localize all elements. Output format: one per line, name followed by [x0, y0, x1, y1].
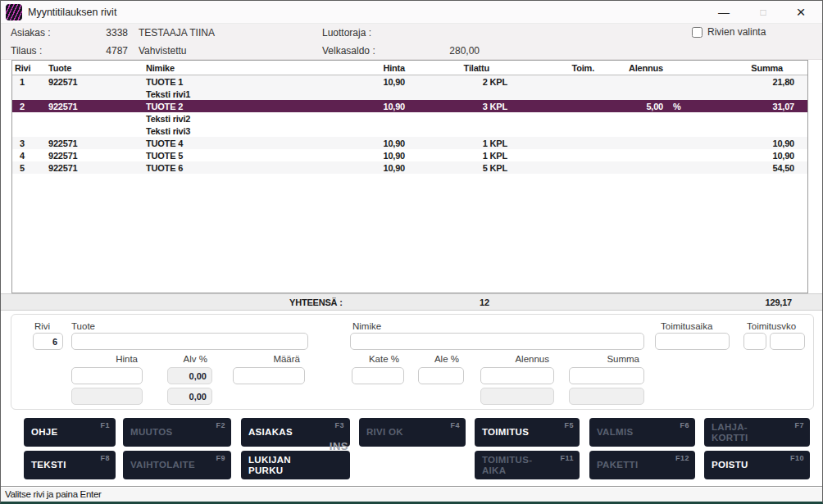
discount-pct-input[interactable] — [418, 367, 464, 384]
header-cell-hinta: Hinta — [335, 63, 405, 73]
button-toimitusaika[interactable]: TOIMITUS- AIKA F11 — [475, 451, 580, 479]
app-logo-icon — [6, 4, 22, 20]
minimize-button[interactable]: — — [707, 1, 740, 24]
order-label: Tilaus : — [11, 45, 42, 57]
table-row[interactable]: 4 922571 TUOTE 5 10,90 1 KPL 10,90 — [12, 149, 807, 161]
price-input[interactable] — [71, 367, 143, 384]
header-cell-tilattu: Tilattu — [405, 63, 507, 73]
product-label: Tuote — [71, 321, 95, 331]
header-cell-summa: Summa — [692, 63, 794, 73]
table-row[interactable]: 1 922571 TUOTE 1 10,90 2 KPL 21,80 — [12, 75, 807, 88]
name-label: Nimike — [352, 321, 381, 331]
table-row-text[interactable]: Teksti rivi2 — [12, 112, 807, 125]
vat-label: Alv % — [167, 354, 212, 364]
price-label: Hinta — [71, 354, 143, 364]
button-muutos[interactable]: MUUTOS F2 — [123, 418, 231, 447]
fkey-label: F11 — [560, 453, 574, 464]
button-valmis[interactable]: VALMIS F6 — [589, 418, 695, 447]
discount-label: Alennus — [480, 354, 554, 364]
header-cell-alennus: Alennus — [598, 63, 663, 73]
status-bar: Valitse rivi ja paina Enter — [1, 486, 822, 502]
fkey-label: F7 — [794, 420, 804, 431]
header-cell-toim: Toim. — [507, 63, 598, 73]
button-teksti[interactable]: TEKSTI F8 — [24, 451, 116, 479]
header-cell-nimike: Nimike — [143, 63, 335, 73]
fkey-label: F10 — [790, 453, 804, 464]
button-vaihtolaite[interactable]: VAIHTOLAITE F9 — [123, 451, 231, 479]
debt-balance-label: Velkasaldo : — [322, 45, 375, 57]
maximize-icon: □ — [760, 7, 766, 18]
delivery-time-label: Toimitusaika — [661, 321, 712, 331]
table-row-text[interactable]: Teksti rivi1 — [12, 88, 807, 100]
order-status: Vahvistettu — [139, 45, 186, 57]
minimize-icon: — — [718, 6, 730, 19]
button-ohje[interactable]: OHJE F1 — [24, 418, 116, 447]
status-text: Valitse rivi ja paina Enter — [5, 489, 102, 499]
row-selection-checkbox[interactable] — [692, 27, 703, 38]
fkey-label: F9 — [216, 453, 225, 464]
titlebar: Myyntitilauksen rivit — □ × — [1, 1, 822, 24]
product-input[interactable] — [71, 333, 308, 350]
table-row[interactable]: 3 922571 TUOTE 4 10,90 1 KPL 10,90 — [12, 137, 807, 149]
table-row[interactable]: 5 922571 TUOTE 6 10,90 5 KPL 54,50 — [12, 161, 807, 174]
fkey-label: F2 — [216, 420, 225, 431]
window-title: Myyntitilauksen rivit — [28, 7, 116, 18]
customer-number: 3338 — [79, 27, 128, 39]
order-number: 4787 — [79, 45, 128, 57]
delivery-week-label: Toimitusvko — [747, 321, 796, 331]
button-lahjakortti[interactable]: LAHJA- KORTTI F7 — [704, 418, 810, 447]
fkey-label: F8 — [100, 453, 110, 464]
fkey-label: F12 — [675, 453, 689, 464]
totals-quantity: 12 — [468, 297, 501, 307]
vat-input-2 — [167, 388, 212, 405]
order-info-bar: Asiakas : 3338 TESTAAJA TIINA Luottoraja… — [1, 24, 822, 60]
discount-input-2 — [480, 388, 554, 405]
button-poistu[interactable]: POISTU F10 — [704, 451, 810, 479]
button-lukijan-purku[interactable]: LUKIJAN PURKU INS — [241, 451, 350, 479]
maximize-button[interactable]: □ — [747, 1, 780, 24]
sales-order-rows-window: Myyntitilauksen rivit — □ × Asiakas : 33… — [0, 0, 823, 504]
totals-sum: 129,17 — [766, 297, 792, 307]
table-row-selected[interactable]: 2 922571 TUOTE 2 10,90 3 KPL 5,00 % 31,0… — [12, 100, 807, 112]
vat-input — [167, 367, 212, 384]
totals-row: YHTEENSÄ : 12 129,17 — [1, 293, 822, 311]
header-cell-tuote: Tuote — [45, 63, 143, 73]
fkey-label: F6 — [680, 420, 689, 431]
sum-label: Summa — [569, 354, 644, 364]
delivery-week-input-2[interactable] — [770, 333, 805, 350]
fkey-label: INS — [330, 442, 348, 452]
quantity-input[interactable] — [233, 367, 305, 384]
name-input[interactable] — [350, 333, 644, 350]
quantity-label: Määrä — [233, 354, 305, 364]
sum-input[interactable] — [569, 367, 644, 384]
button-paketti[interactable]: PAKETTI F12 — [589, 451, 695, 479]
close-button[interactable]: × — [784, 1, 817, 24]
discount-input[interactable] — [480, 367, 554, 384]
fkey-label: F1 — [100, 420, 110, 431]
table-row-text[interactable]: Teksti rivi3 — [12, 125, 807, 137]
fkey-label: F3 — [334, 420, 344, 431]
totals-label: YHTEENSÄ : — [289, 297, 343, 307]
debt-balance-value: 280,00 — [381, 45, 480, 57]
button-rivi-ok[interactable]: RIVI OK F4 — [359, 418, 466, 447]
credit-limit-label: Luottoraja : — [322, 27, 371, 39]
fkey-label: F4 — [450, 420, 460, 431]
delivery-time-input[interactable] — [655, 333, 730, 350]
sum-input-2 — [569, 388, 644, 405]
margin-label: Kate % — [352, 354, 404, 364]
table-header-row: Rivi Tuote Nimike Hinta Tilattu Toim. Al… — [12, 61, 807, 75]
header-cell-rivi: Rivi — [12, 63, 45, 73]
row-number-label: Rivi — [34, 321, 50, 331]
button-toimitus[interactable]: TOIMITUS F5 — [475, 418, 580, 447]
fkey-label: F5 — [564, 420, 574, 431]
customer-label: Asiakas : — [11, 27, 51, 39]
delivery-week-input-1[interactable] — [743, 333, 766, 350]
margin-input[interactable] — [352, 367, 404, 384]
order-lines-table: Rivi Tuote Nimike Hinta Tilattu Toim. Al… — [11, 60, 808, 293]
price-input-2 — [71, 388, 143, 405]
customer-name: TESTAAJA TIINA — [139, 27, 215, 39]
row-number-field[interactable] — [33, 333, 63, 350]
line-edit-panel: Rivi Tuote Nimike Toimitusaika Toimitusv… — [11, 314, 814, 410]
discount-pct-label: Ale % — [418, 354, 464, 364]
row-selection-label: Rivien valinta — [707, 26, 766, 38]
